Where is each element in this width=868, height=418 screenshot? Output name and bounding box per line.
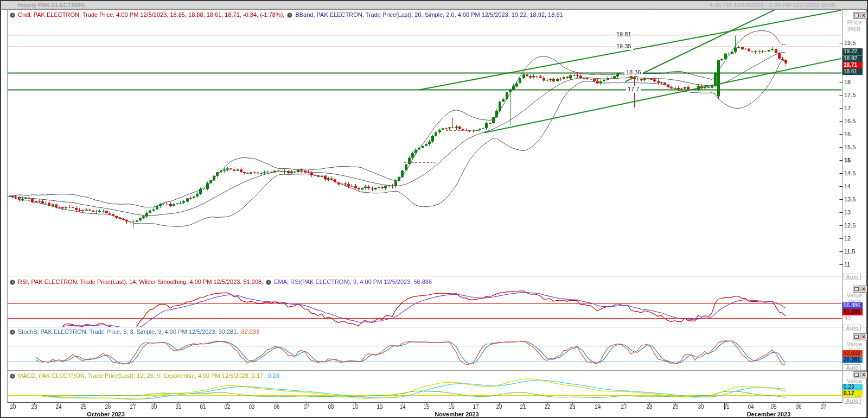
interval-clock-icon xyxy=(10,330,15,335)
candle-legend-text[interactable]: Cndl, PAK ELECTRON, Trade Price, 4:00 PM… xyxy=(18,11,284,18)
auto-scale-button-price[interactable]: Auto xyxy=(844,274,861,280)
x-axis-day-label: 02 xyxy=(224,404,230,410)
price-tick-label: 12.5 xyxy=(844,222,856,229)
x-axis-day-label: 17 xyxy=(473,404,478,410)
stoch-legend[interactable]: StochS, PAK ELECTRON, Trade Price, 5, 3,… xyxy=(10,328,259,335)
auto-scale-button-stoch[interactable]: Auto xyxy=(844,364,861,371)
price-tick-label: 15 xyxy=(844,157,851,163)
restore-glyph xyxy=(854,335,859,339)
stoch-axis-unit: Value xyxy=(843,341,866,347)
price-tick-label: 17 xyxy=(844,105,851,111)
x-axis-day-label: 24 xyxy=(595,404,601,410)
axis-value-badge: 32.033 xyxy=(843,350,863,357)
x-axis-day-label: 30 xyxy=(698,404,704,410)
x-axis-day-label: 03 xyxy=(248,404,254,410)
interval-clock-icon xyxy=(287,12,292,18)
chart-canvas[interactable] xyxy=(1,1,868,418)
price-tick-label: 18 xyxy=(844,79,851,85)
price-tick-label: 14.5 xyxy=(844,170,856,176)
interval-clock-icon xyxy=(10,373,15,379)
x-axis-month-label: November 2023 xyxy=(435,411,478,417)
x-axis-day-label: 26 xyxy=(105,404,111,410)
x-axis-day-label: 24 xyxy=(55,404,61,410)
time-range-label: 4:00 PM 10/19/2023 - 2:00 PM 12/7/2023 (… xyxy=(710,2,835,8)
price-tick-label: 11.5 xyxy=(844,248,856,255)
x-axis-day-label: 04 xyxy=(748,404,754,410)
axis-value-badge: 0.17 xyxy=(843,390,863,397)
axis-value-badge: 51.208 xyxy=(843,309,863,315)
price-tick-label: 13 xyxy=(844,209,851,216)
x-axis-day-label: 30 xyxy=(151,404,157,410)
rsi-ema-legend-text[interactable]: EMA, RSI(PAK ELECTRON), 9, 4:00 PM 12/5/… xyxy=(274,278,432,286)
x-axis-month-label: December 2023 xyxy=(747,411,791,417)
bband-legend-text[interactable]: BBand, PAK ELECTRON, Trade Price(Last), … xyxy=(295,11,563,18)
interval-clock-icon xyxy=(266,280,271,285)
axis-value-badge: 56.886 xyxy=(843,302,863,309)
interval-clock-icon xyxy=(10,12,15,18)
minimize-pane-icon[interactable] xyxy=(853,12,860,19)
level-line-label: 17.7 xyxy=(626,86,641,93)
x-axis-day-label: 15 xyxy=(423,404,429,410)
stoch-k-value[interactable]: 32.033 xyxy=(241,328,259,335)
x-axis-day-label: 20 xyxy=(10,404,16,410)
x-axis-day-label: 10 xyxy=(352,404,358,410)
x-axis-day-label: 08 xyxy=(328,404,334,410)
x-axis-day-label: 13 xyxy=(376,404,382,410)
close-pane-icon[interactable]: × xyxy=(860,286,867,293)
auto-scale-button-rsi[interactable]: Auto xyxy=(844,325,861,331)
axis-value-badge: 18.71 xyxy=(843,62,863,68)
x-axis-day-label: 14 xyxy=(399,404,405,410)
x-axis-day-label: 27 xyxy=(621,404,627,410)
price-legend[interactable]: Cndl, PAK ELECTRON, Trade Price, 4:00 PM… xyxy=(10,11,563,18)
restore-glyph xyxy=(854,14,859,17)
macd-signal-value[interactable]: 0.23 xyxy=(267,372,279,379)
interval-clock-icon xyxy=(10,280,15,285)
price-tick-label: 16.5 xyxy=(844,118,856,124)
x-axis-day-label: 07 xyxy=(303,404,309,410)
x-axis-day-label: 06 xyxy=(273,404,279,410)
level-line-label: 18.36 xyxy=(624,69,643,76)
close-pane-icon[interactable]: × xyxy=(860,12,867,19)
level-line-label: 19.35 xyxy=(615,43,633,50)
auto-scale-button-macd[interactable]: Auto xyxy=(844,397,861,404)
x-axis-day-label: 01 xyxy=(200,404,206,410)
price-tick-label: 12 xyxy=(844,235,851,242)
x-axis-day-label: 06 xyxy=(795,404,801,410)
minimize-pane-icon[interactable] xyxy=(853,371,860,378)
axis-value-badge: 19.22 xyxy=(843,48,863,55)
x-axis-month-label: October 2023 xyxy=(87,411,125,417)
x-axis-day-label: 23 xyxy=(569,404,575,410)
minimize-pane-icon[interactable] xyxy=(853,333,860,340)
axis-value-badge: 18.92 xyxy=(843,55,863,62)
minimize-pane-icon[interactable] xyxy=(853,286,860,293)
level-line-label: 19.81 xyxy=(615,31,633,38)
x-axis-day-label: 25 xyxy=(80,404,86,410)
price-tick-label: 14 xyxy=(844,183,851,189)
price-tick-label: 17.5 xyxy=(844,92,856,98)
rsi-legend[interactable]: RSI, PAK ELECTRON, Trade Price(Last), 14… xyxy=(10,278,432,286)
price-tick-label: 19.5 xyxy=(844,40,856,46)
restore-glyph xyxy=(854,287,859,291)
price-tick-label: 15.5 xyxy=(844,144,856,150)
close-pane-icon[interactable]: × xyxy=(860,333,867,340)
title-bar[interactable]: Hourly PAK ELECTRON 4:00 PM 10/19/2023 -… xyxy=(1,1,867,9)
x-axis-day-label: 20 xyxy=(496,404,502,410)
macd-legend[interactable]: MACD, PAK ELECTRON, Trade Price(Last), 1… xyxy=(10,372,279,379)
rsi-legend-text[interactable]: RSI, PAK ELECTRON, Trade Price(Last), 14… xyxy=(18,278,263,286)
window-title: Hourly PAK ELECTRON xyxy=(17,2,85,8)
price-axis-currency: PKR xyxy=(843,26,866,33)
x-axis-day-label: 22 xyxy=(544,404,550,410)
x-axis-day-label: 21 xyxy=(520,404,526,410)
price-tick-label: 13.5 xyxy=(844,196,856,202)
price-axis-unit: Price xyxy=(843,19,866,26)
x-axis-day-label: 05 xyxy=(770,404,776,410)
x-axis-day-label: 23 xyxy=(31,404,37,410)
restore-glyph xyxy=(854,373,859,377)
x-axis-day-label: 16 xyxy=(448,404,454,410)
price-tick-label: 16 xyxy=(844,131,851,137)
x-axis-day-label: 01 xyxy=(723,404,729,410)
close-pane-icon[interactable]: × xyxy=(860,371,867,378)
macd-legend-text[interactable]: MACD, PAK ELECTRON, Trade Price(Last), 1… xyxy=(18,372,265,379)
axis-value-badge: 0.23 xyxy=(843,384,863,390)
stoch-legend-text[interactable]: StochS, PAK ELECTRON, Trade Price, 5, 3,… xyxy=(18,328,238,335)
